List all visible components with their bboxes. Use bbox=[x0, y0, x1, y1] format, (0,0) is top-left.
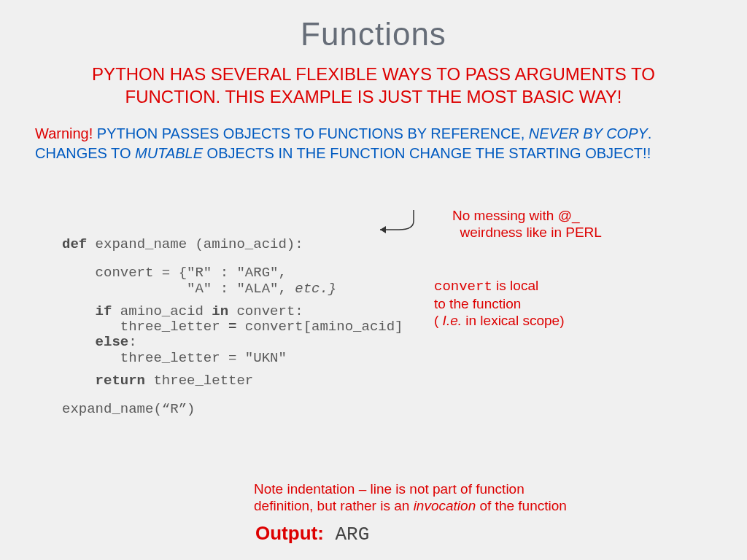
annotation-convert-scope: convert is local to the function ( I.e. … bbox=[434, 277, 564, 330]
slide-title: Functions bbox=[0, 0, 747, 52]
annotation-indentation: Note indentation – line is not part of f… bbox=[254, 481, 567, 514]
output-line: Output: ARG bbox=[255, 522, 369, 545]
code-block: def expand_name (amino_acid): convert = … bbox=[62, 237, 403, 417]
warning-text: Warning! PYTHON PASSES OBJECTS TO FUNCTI… bbox=[0, 108, 747, 163]
slide-subtitle: PYTHON HAS SEVERAL FLEXIBLE WAYS TO PASS… bbox=[0, 52, 747, 108]
annotation-perl: No messing with @_ weirdness like in PER… bbox=[452, 207, 602, 241]
warning-label: Warning! bbox=[35, 125, 93, 141]
